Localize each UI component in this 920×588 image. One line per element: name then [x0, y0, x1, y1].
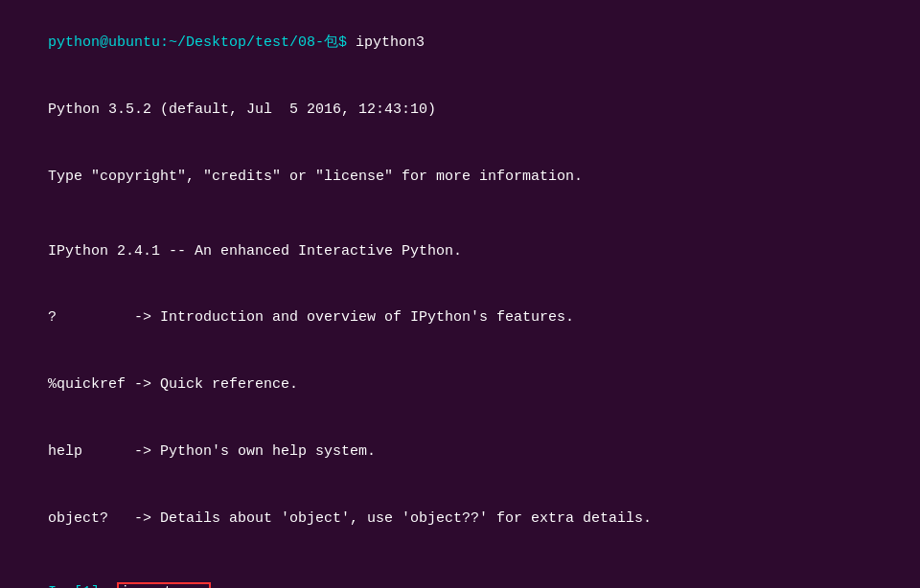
python-version-line: Python 3.5.2 (default, Jul 5 2016, 12:43…	[13, 77, 907, 144]
user-host: python@ubuntu:~/Desktop/test/08-包$	[48, 34, 347, 51]
ipython-info-line: IPython 2.4.1 -- An enhanced Interactive…	[13, 217, 907, 284]
help-q-line: ? -> Introduction and overview of IPytho…	[13, 284, 907, 351]
ipython-cmd: ipython3	[356, 34, 425, 51]
help-help-line: help -> Python's own help system.	[13, 418, 907, 486]
title-line: python@ubuntu:~/Desktop/test/08-包$ ipyth…	[13, 10, 907, 77]
command-prompt	[347, 34, 356, 51]
python-type-line: Type "copyright", "credits" or "license"…	[13, 144, 907, 211]
terminal-window: python@ubuntu:~/Desktop/test/08-包$ ipyth…	[0, 0, 920, 588]
help-quickref-line: %quickref -> Quick reference.	[13, 351, 907, 418]
in1-command[interactable]: import msg	[117, 582, 211, 588]
help-object-line: object? -> Details about 'object', use '…	[13, 485, 907, 552]
in1-prompt: In [1]:	[48, 584, 117, 588]
in1-line: In [1]: import msg	[13, 559, 907, 588]
